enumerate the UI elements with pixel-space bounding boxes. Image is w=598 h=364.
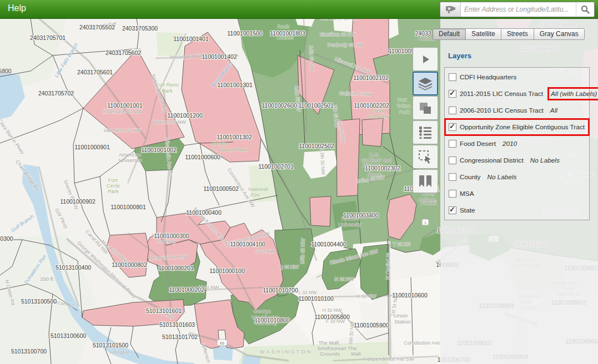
layer-label: 2011-2015 LIC Census Tract [460, 90, 543, 98]
layer-label: 2006-2010 LIC Census Tract [460, 107, 544, 114]
layer-label: Congressional District [460, 156, 524, 164]
tool-layers[interactable] [413, 72, 438, 95]
layer-annotation: All [550, 107, 557, 114]
basemap-gallery-icon [419, 102, 432, 115]
place-label: Park [162, 88, 173, 94]
place-label: Melvin [212, 140, 227, 146]
tool-select-tool[interactable] [413, 145, 438, 169]
layer-row-opportunity-zone-eligible-contiguous-tract: Opportunity Zone Eligible Contiguous Tra… [445, 119, 589, 135]
tract-label: 11001010700 [263, 287, 298, 294]
basemap-switcher: DefaultSatelliteStreetsGray Canvas [433, 28, 585, 40]
tract-label: 11001002501 [298, 102, 334, 109]
street-label: Constitution Ave [404, 340, 440, 346]
tool-legend[interactable] [413, 120, 438, 144]
tract-label: 11001001301 [217, 82, 253, 88]
place-label: Station [394, 318, 411, 325]
street-label: K St NW [357, 294, 376, 299]
place-label: Home [368, 171, 381, 178]
locator-button[interactable] [440, 2, 461, 17]
street-label: Independence Ave SW [363, 356, 414, 362]
layer-row-food-desert: Food Desert2010 [445, 135, 589, 152]
layer-row-2011-2015-lic-census-tract: 2011-2015 LIC Census TractAll (with Labe… [445, 85, 589, 102]
tool-bookmarks[interactable] [413, 169, 438, 193]
tract-label: 24031705601 [77, 69, 113, 75]
layer-checkbox[interactable] [449, 90, 456, 98]
help-link[interactable]: Help [8, 3, 26, 13]
street-label: Gallatin St NW [339, 90, 372, 97]
layer-checkbox[interactable] [449, 173, 456, 181]
select-rectangle-icon [418, 150, 433, 164]
tract-label: 11001005800 [314, 314, 350, 320]
layers-list: CDFI Headquarters2011-2015 LIC Census Tr… [444, 67, 590, 220]
search-button[interactable] [576, 2, 594, 17]
tract-label: 11001004400 [311, 241, 346, 247]
layer-annotation: No Labels [487, 173, 516, 181]
layer-label: Food Desert [460, 140, 496, 148]
tract-label: 11001002701 [258, 163, 294, 170]
tract-label: 51013100700 [11, 348, 47, 355]
tract-label: 11001010100 [298, 295, 334, 302]
layer-checkbox[interactable] [449, 73, 456, 81]
layer-checkbox[interactable] [449, 156, 456, 164]
street-label: Peabody St NW [328, 42, 364, 48]
street-label: T St NE [393, 241, 410, 247]
street-label: L St NW [298, 290, 317, 295]
tract-label: 51013101702 [162, 333, 198, 340]
place-label: Mall [351, 351, 360, 357]
tract-label: 11001000802 [112, 261, 147, 268]
street-label: Q St NW [279, 264, 299, 270]
tract-label: 11001000400 [186, 209, 222, 216]
place-label: Totten [396, 103, 411, 109]
layer-checkbox[interactable] [449, 190, 456, 198]
tract-label: 11001000300 [154, 232, 189, 239]
place-label: Grounds [320, 351, 340, 357]
layers-panel: Layers CDFI Headquarters2011-2015 LIC Ce… [440, 18, 598, 364]
tract-label: 11001000901 [74, 144, 110, 150]
tract-label: 11001001500 [227, 30, 263, 37]
layer-label: MSA [460, 190, 474, 198]
tract-label: 0300 [0, 235, 13, 242]
layer-checkbox[interactable] [449, 123, 456, 131]
basemap-button-streets[interactable]: Streets [501, 28, 534, 40]
layer-label: State [460, 206, 475, 214]
basemap-button-gray-canvas[interactable]: Gray Canvas [534, 28, 585, 40]
search-input[interactable] [461, 2, 576, 17]
street-label: Parkway [157, 239, 177, 244]
tract-label: 11001000201 [158, 265, 194, 271]
tract-label: 11001010600 [392, 292, 428, 299]
camera-locator-icon [445, 4, 456, 14]
tract-label: 11001004100 [230, 241, 265, 247]
layer-row-2006-2010-lic-census-tract: 2006-2010 LIC Census TractAll [445, 102, 589, 119]
place-label: Fort Reno [155, 82, 179, 88]
place-label: University [338, 221, 361, 228]
basemap-button-default[interactable]: Default [433, 28, 466, 40]
layer-checkbox[interactable] [449, 206, 456, 214]
tract-label: 24033 [415, 30, 431, 37]
street-label: N St NW [335, 276, 355, 282]
place-label: Union [394, 312, 408, 318]
tract-label: 24031705701 [30, 34, 66, 41]
basemap-button-satellite[interactable]: Satellite [466, 28, 501, 40]
tract-label: 11001000202 [169, 286, 204, 293]
legend-icon [418, 126, 433, 139]
street-label: S St NW [256, 249, 275, 254]
layer-annotation: All (with Labels) [550, 89, 598, 98]
layer-row-state: State [445, 202, 589, 219]
tool-expand-panel[interactable] [413, 47, 438, 71]
place-label: Park [399, 109, 410, 115]
layer-row-cdfi-headquarters: CDFI Headquarters [445, 69, 589, 85]
tool-basemap-gallery[interactable] [413, 96, 438, 120]
layer-checkbox[interactable] [449, 140, 456, 148]
tract-label: 51013101500 [93, 342, 128, 348]
tract-label: 11001001200 [167, 112, 203, 119]
place-label: Frankli [421, 200, 437, 206]
place-label: Arlington [109, 349, 130, 355]
layers-icon [418, 77, 433, 91]
layers-panel-title: Layers [448, 52, 471, 60]
tract-label: 11001010800 [254, 317, 290, 323]
tract-label: 11001001803 [270, 30, 305, 37]
layer-checkbox[interactable] [449, 107, 456, 114]
street-label: Warren St NW [154, 119, 186, 125]
tract-label: 24031705300 [122, 25, 158, 32]
street-label: 14th St NW [308, 46, 315, 72]
